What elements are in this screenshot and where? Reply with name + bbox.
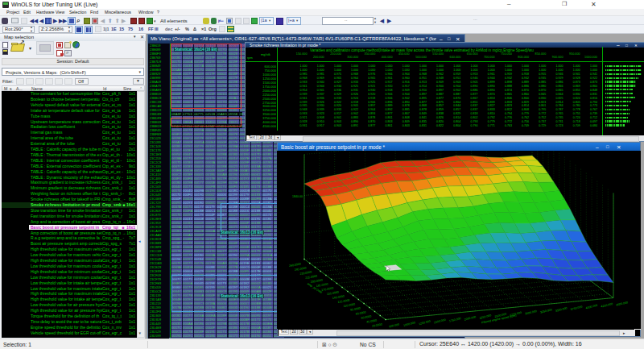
svg-text:1840.00: 1840.00 xyxy=(292,194,303,197)
